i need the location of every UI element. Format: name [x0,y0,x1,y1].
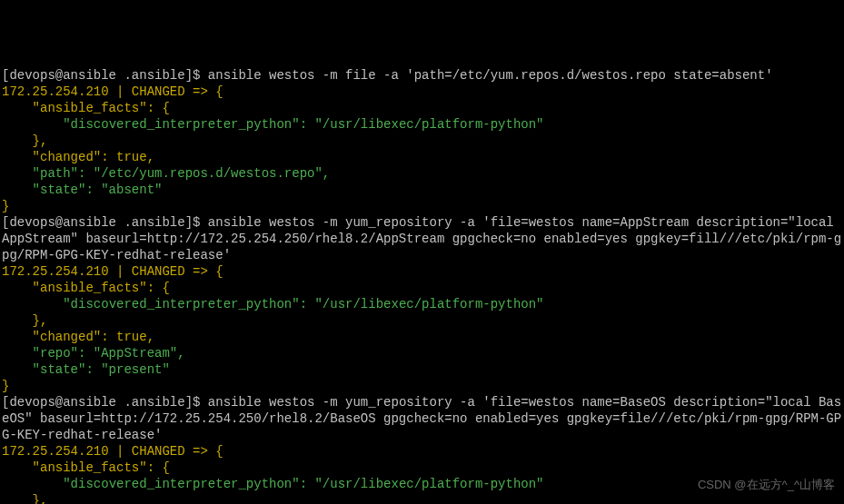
output-host-3: 172.25.254.210 | CHANGED => { [2,444,223,459]
output-facts-key-3: "ansible_facts": { [2,460,170,475]
output-close-1: } [2,199,9,213]
prompt-1: [devops@ansible .ansible]$ [2,68,208,83]
output-interp-2: "discovered_interpreter_python": "/usr/l… [2,297,544,311]
output-interp-1: "discovered_interpreter_python": "/usr/l… [2,117,544,132]
command-1: ansible westos -m file -a 'path=/etc/yum… [208,68,773,83]
output-facts-close-3: }, [2,493,47,504]
output-host-1: 172.25.254.210 | CHANGED => { [2,84,223,99]
output-changed-1: "changed": true, [2,150,154,164]
output-facts-key-1: "ansible_facts": { [2,101,170,115]
output-host-2: 172.25.254.210 | CHANGED => { [2,264,223,279]
output-changed-2: "changed": true, [2,330,154,344]
prompt-2: [devops@ansible .ansible]$ [2,215,208,230]
output-facts-key-2: "ansible_facts": { [2,281,170,295]
watermark: CSDN @在远方^_^山博客 [698,477,835,493]
prompt-3: [devops@ansible .ansible]$ [2,395,208,410]
output-facts-close-1: }, [2,133,47,148]
output-interp-3: "discovered_interpreter_python": "/usr/l… [2,477,544,491]
output-state-1: "state": "absent" [2,183,162,197]
output-path-1: "path": "/etc/yum.repos.d/westos.repo", [2,166,330,181]
output-close-2: } [2,379,9,393]
output-facts-close-2: }, [2,313,47,328]
output-repo-2: "repo": "AppStream", [2,346,185,361]
output-state-2: "state": "present" [2,362,170,377]
